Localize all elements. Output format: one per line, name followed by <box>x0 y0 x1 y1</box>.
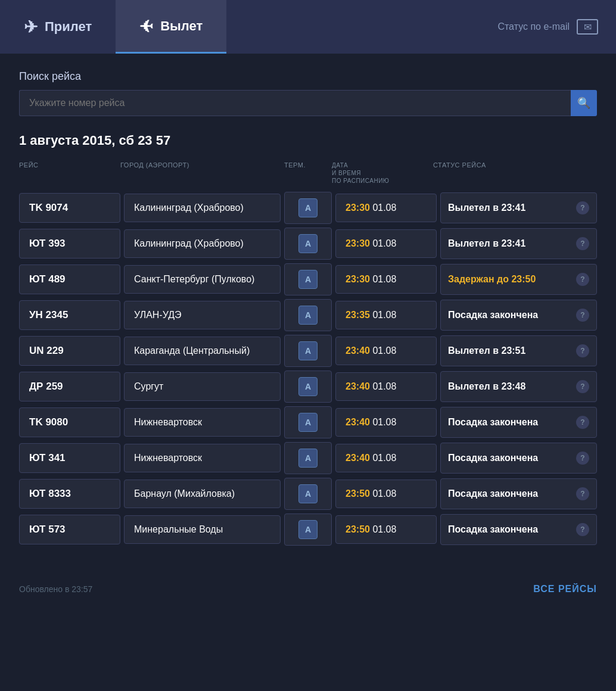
flight-status: Вылетел в 23:41 ? <box>440 192 597 223</box>
flight-terminal: A <box>284 442 332 474</box>
flight-time: 23:35 01.08 <box>335 301 437 329</box>
flight-date-value: 01.08 <box>372 488 396 499</box>
th-datetime-line1: ДАТА <box>332 162 348 169</box>
flight-terminal: A <box>284 299 332 331</box>
departure-icon: ✈ <box>139 16 153 36</box>
flight-terminal: A <box>284 513 332 546</box>
terminal-badge: A <box>298 306 318 325</box>
flight-city: Минеральные Воды <box>124 515 281 544</box>
table-row[interactable]: ЮТ 8333 Барнаул (Михайловка) A 23:50 01.… <box>19 478 597 510</box>
flight-city: Калининград (Храброво) <box>124 229 281 258</box>
email-icon: ✉ <box>577 19 598 35</box>
flight-time-value: 23:40 <box>346 453 370 463</box>
status-help-button[interactable]: ? <box>576 523 589 536</box>
flight-time-value: 23:50 <box>346 488 370 499</box>
flight-terminal: A <box>284 478 332 510</box>
search-row: 🔍 <box>19 90 597 116</box>
flight-status: Вылетел в 23:41 ? <box>440 228 597 259</box>
flight-time: 23:30 01.08 <box>335 194 437 222</box>
status-help-button[interactable]: ? <box>576 309 589 322</box>
flight-status: Посадка закончена ? <box>440 514 597 545</box>
th-datetime-line3: по расписанию <box>332 178 389 184</box>
flight-status: Посадка закончена ? <box>440 407 597 438</box>
status-help-button[interactable]: ? <box>576 416 589 429</box>
flight-terminal: A <box>284 335 332 367</box>
table-row[interactable]: ЮТ 341 Нижневартовск A 23:40 01.08 Посад… <box>19 442 597 474</box>
status-help-button[interactable]: ? <box>576 237 589 250</box>
flight-status: Посадка закончена ? <box>440 478 597 509</box>
flight-id: УН 2345 <box>19 300 120 330</box>
search-icon: 🔍 <box>577 97 590 110</box>
flight-date-value: 01.08 <box>372 524 396 534</box>
table-row[interactable]: ДР 259 Сургут A 23:40 01.08 Вылетел в 23… <box>19 371 597 403</box>
status-help-button[interactable]: ? <box>576 273 589 286</box>
flight-time: 23:40 01.08 <box>335 372 437 401</box>
tab-departure-label: Вылет <box>160 18 203 34</box>
search-input[interactable] <box>19 90 571 116</box>
th-datetime: ДАТА И ВРЕМЯ по расписанию <box>332 161 433 185</box>
status-help-button[interactable]: ? <box>576 380 589 393</box>
footer: Обновлено в 23:57 ВСЕ РЕЙСЫ <box>0 572 616 606</box>
th-flight: РЕЙС <box>19 161 120 185</box>
flights-list: TK 9074 Калининград (Храброво) A 23:30 0… <box>19 192 597 546</box>
terminal-badge: A <box>298 377 318 396</box>
flight-city: Барнаул (Михайловка) <box>124 480 281 508</box>
flight-city: Калининград (Храброво) <box>124 194 281 222</box>
header: ✈ Прилет ✈ Вылет Статус по e-mail ✉ <box>0 0 616 54</box>
flight-time-value: 23:30 <box>346 238 370 248</box>
flight-time-value: 23:40 <box>346 417 370 427</box>
footer-updated: Обновлено в 23:57 <box>19 584 92 594</box>
th-datetime-line2: И ВРЕМЯ <box>332 170 361 176</box>
flight-date-value: 01.08 <box>372 453 396 463</box>
flight-status-text: Задержан до 23:50 <box>448 274 571 285</box>
date-heading: 1 августа 2015, сб 23 57 <box>19 133 597 148</box>
table-row[interactable]: UN 229 Караганда (Центральный) A 23:40 0… <box>19 335 597 367</box>
search-label: Поиск рейса <box>19 70 597 83</box>
flight-id: ЮТ 573 <box>19 515 120 544</box>
flight-date-value: 01.08 <box>372 310 396 320</box>
flight-status: Вылетел в 23:48 ? <box>440 371 597 402</box>
flight-id: ЮТ 341 <box>19 443 120 473</box>
flight-date-value: 01.08 <box>372 238 396 248</box>
flight-terminal: A <box>284 263 332 295</box>
terminal-badge: A <box>298 234 318 253</box>
flight-status: Вылетел в 23:51 ? <box>440 335 597 366</box>
terminal-badge: A <box>298 413 318 432</box>
status-help-button[interactable]: ? <box>576 487 589 500</box>
flight-id: TK 9074 <box>19 193 120 223</box>
flight-time-value: 23:30 <box>346 203 370 213</box>
flight-status: Задержан до 23:50 ? <box>440 264 597 295</box>
flight-date-value: 01.08 <box>372 381 396 391</box>
table-row[interactable]: ЮТ 393 Калининград (Храброво) A 23:30 01… <box>19 228 597 260</box>
status-help-button[interactable]: ? <box>576 452 589 465</box>
flight-terminal: A <box>284 192 332 224</box>
table-row[interactable]: ЮТ 489 Санкт-Петербург (Пулково) A 23:30… <box>19 263 597 295</box>
tab-arrival[interactable]: ✈ Прилет <box>0 0 116 54</box>
flight-city: Сургут <box>124 372 281 401</box>
flight-status-text: Посадка закончена <box>448 488 571 499</box>
status-help-button[interactable]: ? <box>576 344 589 357</box>
terminal-badge: A <box>298 341 318 360</box>
all-flights-link[interactable]: ВСЕ РЕЙСЫ <box>533 584 597 594</box>
flight-date-value: 01.08 <box>372 417 396 427</box>
flight-city: Нижневартовск <box>124 444 281 472</box>
flight-time: 23:40 01.08 <box>335 408 437 437</box>
terminal-badge: A <box>298 449 318 468</box>
status-help-button[interactable]: ? <box>576 201 589 214</box>
flight-time-value: 23:40 <box>346 381 370 391</box>
table-row[interactable]: УН 2345 УЛАН-УДЭ A 23:35 01.08 Посадка з… <box>19 299 597 331</box>
flight-id: ЮТ 8333 <box>19 479 120 509</box>
flight-time-value: 23:40 <box>346 346 370 356</box>
flight-status-text: Посадка закончена <box>448 310 571 320</box>
table-row[interactable]: ЮТ 573 Минеральные Воды A 23:50 01.08 По… <box>19 513 597 546</box>
flight-status: Посадка закончена ? <box>440 300 597 331</box>
flight-date-value: 01.08 <box>372 274 396 284</box>
flight-time-value: 23:35 <box>346 310 370 320</box>
main-content: Поиск рейса 🔍 1 августа 2015, сб 23 57 Р… <box>0 54 616 566</box>
tab-departure[interactable]: ✈ Вылет <box>116 0 226 54</box>
search-button[interactable]: 🔍 <box>571 90 597 116</box>
flight-time: 23:40 01.08 <box>335 444 437 472</box>
table-row[interactable]: TK 9074 Калининград (Храброво) A 23:30 0… <box>19 192 597 224</box>
table-row[interactable]: TK 9080 Нижневартовск A 23:40 01.08 Поса… <box>19 406 597 438</box>
email-status-button[interactable]: Статус по e-mail ✉ <box>480 0 616 54</box>
